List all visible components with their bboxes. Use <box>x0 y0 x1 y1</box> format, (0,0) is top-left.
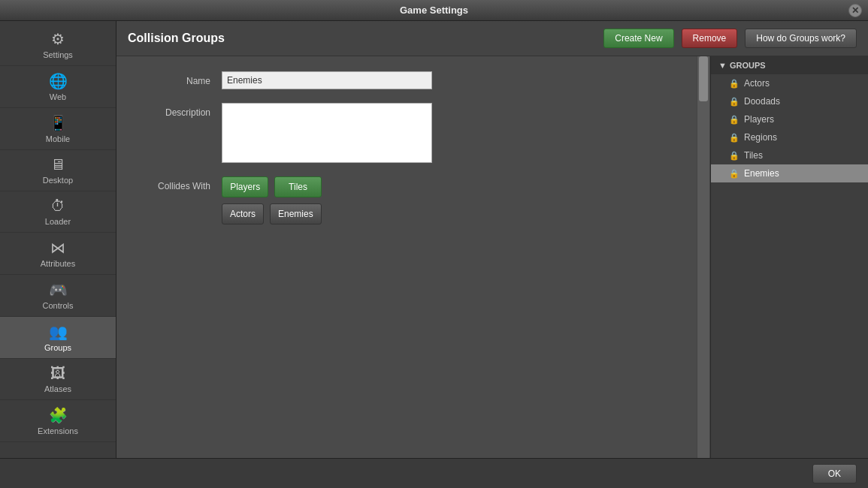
group-item-doodads[interactable]: 🔒 Doodads <box>711 92 868 110</box>
sidebar-label-controls: Controls <box>43 301 74 310</box>
scrollbar-thumb <box>699 56 708 101</box>
sidebar-label-web: Web <box>50 92 66 101</box>
title-bar-title: Game Settings <box>400 5 468 16</box>
description-label: Description <box>132 103 222 118</box>
group-item-players[interactable]: 🔒 Players <box>711 110 868 128</box>
group-item-enemies[interactable]: 🔒 Enemies <box>711 164 868 182</box>
lock-icon-actors: 🔒 <box>729 79 739 89</box>
lock-icon-enemies: 🔒 <box>729 169 739 179</box>
lock-icon-doodads: 🔒 <box>729 97 739 107</box>
collision-players-button[interactable]: Players <box>222 176 268 197</box>
ok-button[interactable]: OK <box>812 464 857 483</box>
remove-button[interactable]: Remove <box>682 29 738 48</box>
attributes-icon: ⋈ <box>50 239 65 257</box>
sidebar-label-attributes: Attributes <box>41 259 75 268</box>
sidebar-item-loader[interactable]: ⏱ Loader <box>0 191 116 233</box>
group-label-tiles: Tiles <box>744 150 763 161</box>
web-icon: 🌐 <box>49 72 68 90</box>
group-label-doodads: Doodads <box>744 96 780 107</box>
group-item-actors[interactable]: 🔒 Actors <box>711 74 868 92</box>
lock-icon-players: 🔒 <box>729 115 739 125</box>
sidebar-item-mobile[interactable]: 📱 Mobile <box>0 108 116 150</box>
sidebar-label-extensions: Extensions <box>38 426 78 435</box>
lock-icon-regions: 🔒 <box>729 133 739 143</box>
group-label-enemies: Enemies <box>744 168 779 179</box>
groups-header: ▼ GROUPS <box>711 56 868 74</box>
sidebar-label-settings: Settings <box>43 50 73 59</box>
sidebar-item-web[interactable]: 🌐 Web <box>0 66 116 108</box>
loader-icon: ⏱ <box>50 197 65 215</box>
atlases-icon: 🖼 <box>50 365 65 382</box>
sidebar-label-mobile: Mobile <box>46 134 70 143</box>
content-header: Collision Groups Create New Remove How d… <box>116 21 868 56</box>
groups-icon: 👥 <box>49 323 68 341</box>
collapse-icon: ▼ <box>718 61 727 70</box>
sidebar-label-loader: Loader <box>45 217 71 226</box>
create-new-button[interactable]: Create New <box>603 29 673 48</box>
sidebar-item-atlases[interactable]: 🖼 Atlases <box>0 359 116 400</box>
group-label-regions: Regions <box>744 132 777 143</box>
desktop-icon: 🖥 <box>50 156 65 173</box>
group-label-actors: Actors <box>744 78 770 89</box>
collides-with-label: Collides With <box>132 176 222 191</box>
description-input[interactable] <box>222 103 432 163</box>
mobile-icon: 📱 <box>49 114 68 132</box>
sidebar-label-desktop: Desktop <box>43 176 73 185</box>
sidebar-item-desktop[interactable]: 🖥 Desktop <box>0 150 116 191</box>
collision-actors-button[interactable]: Actors <box>222 203 264 224</box>
collision-enemies-button[interactable]: Enemies <box>270 203 322 224</box>
lock-icon-tiles: 🔒 <box>729 151 739 161</box>
sidebar-label-atlases: Atlases <box>44 384 71 393</box>
title-bar: Game Settings ✕ <box>0 0 868 21</box>
sidebar-item-controls[interactable]: 🎮 Controls <box>0 275 116 317</box>
content-area: Collision Groups Create New Remove How d… <box>116 21 868 458</box>
settings-icon: ⚙ <box>51 30 65 48</box>
sidebar-item-extensions[interactable]: 🧩 Extensions <box>0 400 116 442</box>
scrollbar[interactable] <box>697 56 710 458</box>
controls-icon: 🎮 <box>49 281 68 299</box>
help-button[interactable]: How do Groups work? <box>745 29 857 48</box>
page-title: Collision Groups <box>128 32 596 45</box>
group-label-players: Players <box>744 114 774 125</box>
group-item-tiles[interactable]: 🔒 Tiles <box>711 146 868 164</box>
sidebar-item-settings[interactable]: ⚙ Settings <box>0 24 116 66</box>
form-area: Name Description Collides With Players T… <box>116 56 697 458</box>
collision-tiles-button[interactable]: Tiles <box>274 176 321 197</box>
name-label: Name <box>132 71 222 86</box>
sidebar-item-attributes[interactable]: ⋈ Attributes <box>0 233 116 275</box>
groups-panel: ▼ GROUPS 🔒 Actors 🔒 Doodads 🔒 Players 🔒 <box>710 56 868 458</box>
bottom-bar: OK <box>0 458 868 488</box>
groups-header-label: GROUPS <box>730 61 766 70</box>
sidebar-item-groups[interactable]: 👥 Groups <box>0 317 116 359</box>
name-input[interactable] <box>222 71 432 89</box>
extensions-icon: 🧩 <box>49 406 68 424</box>
close-button[interactable]: ✕ <box>848 4 862 17</box>
sidebar: ⚙ Settings 🌐 Web 📱 Mobile 🖥 Desktop ⏱ Lo… <box>0 21 116 458</box>
group-item-regions[interactable]: 🔒 Regions <box>711 128 868 146</box>
sidebar-label-groups: Groups <box>44 343 71 352</box>
